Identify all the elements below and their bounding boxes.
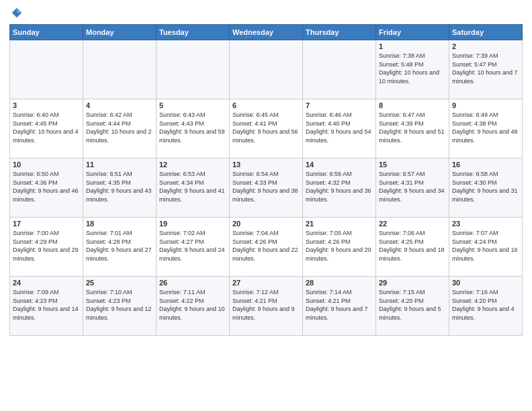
week-row-2: 3Sunrise: 6:40 AM Sunset: 4:45 PM Daylig… [10, 99, 523, 158]
day-cell: 25Sunrise: 7:10 AM Sunset: 4:23 PM Dayli… [83, 277, 157, 336]
day-number: 21 [306, 220, 373, 228]
day-number: 17 [13, 220, 80, 228]
col-header-tuesday: Tuesday [157, 25, 230, 40]
col-header-thursday: Thursday [303, 25, 376, 40]
day-cell: 4Sunrise: 6:42 AM Sunset: 4:44 PM Daylig… [83, 99, 157, 158]
week-row-4: 17Sunrise: 7:00 AM Sunset: 4:29 PM Dayli… [10, 218, 523, 277]
day-number: 15 [379, 161, 446, 169]
day-number: 5 [159, 101, 226, 109]
day-cell: 29Sunrise: 7:15 AM Sunset: 4:20 PM Dayli… [376, 277, 449, 336]
col-header-saturday: Saturday [449, 25, 523, 40]
day-number: 23 [452, 220, 519, 228]
day-number: 25 [86, 279, 153, 287]
day-number: 12 [159, 161, 226, 169]
day-cell: 27Sunrise: 7:12 AM Sunset: 4:21 PM Dayli… [230, 277, 303, 336]
day-cell [303, 40, 376, 99]
day-number: 29 [379, 279, 446, 287]
day-info: Sunrise: 6:43 AM Sunset: 4:43 PM Dayligh… [159, 111, 226, 144]
day-info: Sunrise: 7:09 AM Sunset: 4:23 PM Dayligh… [13, 288, 80, 322]
day-cell: 16Sunrise: 6:58 AM Sunset: 4:30 PM Dayli… [449, 158, 523, 218]
day-info: Sunrise: 7:04 AM Sunset: 4:26 PM Dayligh… [232, 229, 300, 263]
day-number: 11 [86, 161, 153, 169]
day-info: Sunrise: 7:10 AM Sunset: 4:23 PM Dayligh… [86, 288, 153, 322]
day-info: Sunrise: 6:40 AM Sunset: 4:45 PM Dayligh… [13, 111, 80, 144]
day-info: Sunrise: 6:42 AM Sunset: 4:44 PM Dayligh… [86, 111, 153, 144]
day-cell: 2Sunrise: 7:39 AM Sunset: 5:47 PM Daylig… [449, 40, 523, 99]
day-cell: 30Sunrise: 7:16 AM Sunset: 4:20 PM Dayli… [449, 277, 523, 336]
calendar-table: SundayMondayTuesdayWednesdayThursdayFrid… [9, 24, 523, 336]
day-cell [10, 40, 83, 99]
day-cell: 23Sunrise: 7:07 AM Sunset: 4:24 PM Dayli… [449, 218, 523, 277]
day-cell: 28Sunrise: 7:14 AM Sunset: 4:21 PM Dayli… [303, 277, 376, 336]
week-row-3: 10Sunrise: 6:50 AM Sunset: 4:36 PM Dayli… [10, 158, 523, 218]
day-info: Sunrise: 7:38 AM Sunset: 5:48 PM Dayligh… [379, 52, 446, 85]
day-cell: 13Sunrise: 6:54 AM Sunset: 4:33 PM Dayli… [230, 158, 303, 218]
day-cell: 15Sunrise: 6:57 AM Sunset: 4:31 PM Dayli… [376, 158, 449, 218]
day-cell: 26Sunrise: 7:11 AM Sunset: 4:22 PM Dayli… [157, 277, 230, 336]
day-number: 8 [379, 101, 446, 109]
day-info: Sunrise: 6:50 AM Sunset: 4:36 PM Dayligh… [13, 170, 80, 203]
day-cell: 3Sunrise: 6:40 AM Sunset: 4:45 PM Daylig… [10, 99, 83, 158]
day-number: 16 [452, 161, 519, 169]
day-info: Sunrise: 7:07 AM Sunset: 4:24 PM Dayligh… [452, 229, 519, 263]
day-number: 4 [86, 101, 153, 109]
day-cell: 12Sunrise: 6:53 AM Sunset: 4:34 PM Dayli… [157, 158, 230, 218]
day-info: Sunrise: 7:16 AM Sunset: 4:20 PM Dayligh… [452, 288, 519, 322]
day-info: Sunrise: 6:51 AM Sunset: 4:35 PM Dayligh… [86, 170, 153, 203]
day-number: 10 [13, 161, 80, 169]
day-number: 13 [232, 161, 300, 169]
day-cell: 9Sunrise: 6:49 AM Sunset: 4:38 PM Daylig… [449, 99, 523, 158]
day-cell: 17Sunrise: 7:00 AM Sunset: 4:29 PM Dayli… [10, 218, 83, 277]
day-info: Sunrise: 6:45 AM Sunset: 4:41 PM Dayligh… [232, 111, 300, 144]
day-info: Sunrise: 7:06 AM Sunset: 4:25 PM Dayligh… [379, 229, 446, 263]
day-cell: 6Sunrise: 6:45 AM Sunset: 4:41 PM Daylig… [230, 99, 303, 158]
day-cell: 24Sunrise: 7:09 AM Sunset: 4:23 PM Dayli… [10, 277, 83, 336]
day-number: 14 [306, 161, 373, 169]
day-number: 30 [452, 279, 519, 287]
day-cell: 1Sunrise: 7:38 AM Sunset: 5:48 PM Daylig… [376, 40, 449, 99]
day-number: 28 [306, 279, 373, 287]
col-header-friday: Friday [376, 25, 449, 40]
day-cell: 5Sunrise: 6:43 AM Sunset: 4:43 PM Daylig… [157, 99, 230, 158]
day-number: 19 [159, 220, 226, 228]
day-number: 1 [379, 42, 446, 50]
day-info: Sunrise: 7:15 AM Sunset: 4:20 PM Dayligh… [379, 288, 446, 322]
day-info: Sunrise: 6:58 AM Sunset: 4:30 PM Dayligh… [452, 170, 519, 203]
day-number: 9 [452, 101, 519, 109]
week-row-1: 1Sunrise: 7:38 AM Sunset: 5:48 PM Daylig… [10, 40, 523, 99]
day-info: Sunrise: 7:02 AM Sunset: 4:27 PM Dayligh… [159, 229, 226, 263]
day-info: Sunrise: 6:46 AM Sunset: 4:40 PM Dayligh… [306, 111, 373, 144]
day-number: 6 [232, 101, 300, 109]
day-info: Sunrise: 7:14 AM Sunset: 4:21 PM Dayligh… [306, 288, 373, 322]
day-info: Sunrise: 6:57 AM Sunset: 4:31 PM Dayligh… [379, 170, 446, 203]
header [9, 7, 523, 19]
day-number: 27 [232, 279, 300, 287]
day-cell: 14Sunrise: 6:56 AM Sunset: 4:32 PM Dayli… [303, 158, 376, 218]
svg-marker-1 [17, 8, 21, 13]
day-number: 18 [86, 220, 153, 228]
day-info: Sunrise: 6:47 AM Sunset: 4:39 PM Dayligh… [379, 111, 446, 144]
day-info: Sunrise: 7:12 AM Sunset: 4:21 PM Dayligh… [232, 288, 300, 322]
day-number: 26 [159, 279, 226, 287]
col-header-sunday: Sunday [10, 25, 83, 40]
day-info: Sunrise: 7:05 AM Sunset: 4:26 PM Dayligh… [306, 229, 373, 263]
day-cell: 19Sunrise: 7:02 AM Sunset: 4:27 PM Dayli… [157, 218, 230, 277]
day-cell [157, 40, 230, 99]
col-header-wednesday: Wednesday [230, 25, 303, 40]
day-number: 22 [379, 220, 446, 228]
day-number: 24 [13, 279, 80, 287]
day-number: 7 [306, 101, 373, 109]
day-cell: 20Sunrise: 7:04 AM Sunset: 4:26 PM Dayli… [230, 218, 303, 277]
logo-icon [11, 7, 23, 19]
day-info: Sunrise: 6:53 AM Sunset: 4:34 PM Dayligh… [159, 170, 226, 203]
day-number: 3 [13, 101, 80, 109]
day-info: Sunrise: 6:56 AM Sunset: 4:32 PM Dayligh… [306, 170, 373, 203]
day-cell [83, 40, 157, 99]
col-header-monday: Monday [83, 25, 157, 40]
day-cell: 7Sunrise: 6:46 AM Sunset: 4:40 PM Daylig… [303, 99, 376, 158]
page: SundayMondayTuesdayWednesdayThursdayFrid… [0, 0, 532, 411]
day-info: Sunrise: 6:49 AM Sunset: 4:38 PM Dayligh… [452, 111, 519, 144]
day-number: 2 [452, 42, 519, 50]
logo [9, 7, 23, 19]
day-info: Sunrise: 7:01 AM Sunset: 4:28 PM Dayligh… [86, 229, 153, 263]
